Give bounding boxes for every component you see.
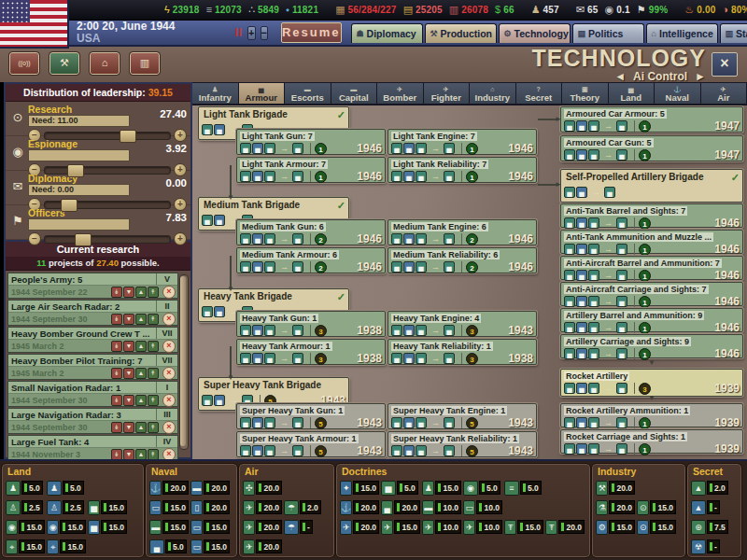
tech-component[interactable]: Super Heavy Tank Armour: 1▅▅▅→▅51943 — [236, 431, 386, 457]
cancel-research-button[interactable]: × — [162, 394, 176, 407]
research-item[interactable]: Small Navigation Radar: 1I1944 September… — [7, 381, 178, 407]
priority-down-button[interactable]: ↡ — [111, 287, 122, 298]
tech-tab-fighter[interactable]: ✈Fighter — [424, 82, 471, 105]
tech-component[interactable]: Rocket Artillery▅▅▅→▅31939 — [560, 369, 743, 397]
menu-tab-diplomacy[interactable]: ☗Diplomacy — [351, 23, 423, 43]
menu-tab-politics[interactable]: ▤Politics — [572, 23, 644, 43]
priority-down-button[interactable]: ↡ — [111, 395, 122, 406]
tech-component[interactable]: Artillery Carriage and Sights: 9▅▅▅→▅119… — [560, 334, 743, 358]
tech-component[interactable]: Light Tank Gun: 7▅▅▅→▅11946 — [236, 129, 386, 155]
tech-component[interactable]: Super Heavy Tank Engine: 1▅▅▅→▅51943 — [388, 403, 537, 429]
research-item[interactable]: Large Air Search Radar: 2II1944 Septembe… — [7, 300, 178, 326]
priority-down-button[interactable]: ▼ — [123, 287, 134, 298]
tech-component[interactable]: Rocket Carriage and Sights: 1▅▅▅→▅11939 — [560, 429, 743, 454]
menu-tab-technology[interactable]: ⚙Technology — [499, 23, 571, 43]
arrow-right-icon[interactable]: ► — [695, 70, 706, 83]
priority-up-button[interactable]: ↟ — [148, 395, 159, 406]
tech-component[interactable]: Medium Tank Gun: 6▅▅▅→▅21946 — [236, 219, 386, 245]
priority-down-button[interactable]: ↡ — [111, 449, 122, 460]
research-item[interactable]: Large Navigation Radar: 3III1944 Septemb… — [7, 408, 178, 434]
priority-down-button[interactable]: ▼ — [123, 422, 134, 433]
slider-handle[interactable] — [120, 130, 136, 143]
priority-up-button[interactable]: ↟ — [148, 368, 159, 379]
cancel-research-button[interactable]: × — [162, 367, 176, 380]
priority-up-button[interactable]: ↟ — [148, 422, 159, 433]
tech-component[interactable]: Medium Tank Armour: 6▅▅▅→▅21946 — [236, 247, 386, 273]
tech-component[interactable]: Anti-Tank Barrel and Sights: 7▅▅▅→▅11946 — [560, 203, 743, 228]
tech-component[interactable]: Rocket Artillery Ammunition: 1▅▅▅→▅11939 — [560, 403, 743, 427]
decrease-button[interactable]: − — [28, 232, 41, 245]
priority-down-button[interactable]: ▼ — [123, 449, 134, 460]
build-button[interactable]: ⚒ — [49, 52, 79, 75]
pause-indicator[interactable]: II — [234, 26, 243, 39]
tech-component[interactable]: Anti-Tank Ammunition and Muzzle ...▅▅▅→▅… — [560, 230, 743, 254]
tech-tab-capital[interactable]: ▬Capital — [331, 82, 378, 105]
tech-component[interactable]: Medium Tank Engine: 6▅▅▅→▅21946 — [388, 219, 537, 245]
tech-component[interactable]: Light Tank Armour: 7▅▅▅→▅11946 — [236, 157, 386, 183]
cancel-research-button[interactable]: × — [162, 313, 176, 326]
slider-track[interactable] — [44, 235, 171, 244]
priority-up-button[interactable]: ▲ — [135, 449, 147, 460]
research-item[interactable]: Heavy Bomber Pilot Training: 7VII1945 Ma… — [7, 354, 178, 380]
slider-handle[interactable] — [67, 164, 84, 177]
slider-track[interactable] — [44, 132, 171, 140]
priority-down-button[interactable]: ↡ — [111, 422, 122, 433]
priority-down-button[interactable]: ▼ — [123, 368, 134, 379]
priority-up-button[interactable]: ▲ — [135, 395, 147, 406]
tech-component[interactable]: Anti-Aircraft Barrel and Ammunition: 7▅▅… — [560, 256, 743, 280]
menu-tab-statistics[interactable]: ▥Statistics — [720, 23, 747, 43]
tech-component[interactable]: Armoured Car Armour: 5▅▅▅→▅11947 — [560, 106, 743, 133]
tech-tab-escorts[interactable]: ▬Escorts — [285, 82, 331, 105]
speed-down-button[interactable]: − — [261, 26, 268, 40]
increase-button[interactable]: + — [174, 232, 187, 245]
tech-component[interactable]: Super Heavy Tank Reliability: 1▅▅▅→▅5194… — [388, 431, 537, 457]
priority-up-button[interactable]: ▲ — [135, 314, 147, 325]
menu-tab-production[interactable]: ⚒Production — [425, 23, 497, 43]
priority-down-button[interactable]: ▼ — [123, 395, 134, 406]
arrow-left-icon[interactable]: ◄ — [614, 70, 626, 83]
priority-up-button[interactable]: ↟ — [148, 449, 159, 460]
cancel-research-button[interactable]: × — [162, 340, 176, 353]
broadcast-button[interactable]: ((o)) — [9, 52, 39, 75]
priority-up-button[interactable]: ▲ — [135, 422, 147, 433]
tech-component[interactable]: Medium Tank Reliability: 6▅▅▅→▅21946 — [388, 247, 537, 273]
tech-tab-infantry[interactable]: ♟Infantry — [192, 82, 239, 105]
speed-up-button[interactable]: + — [247, 26, 255, 40]
tech-component[interactable]: Light Tank Engine: 7▅▅▅→▅11946 — [388, 129, 537, 155]
slider-track[interactable] — [44, 166, 171, 175]
priority-up-button[interactable]: ↟ — [148, 287, 159, 298]
slider-handle[interactable] — [61, 199, 78, 212]
tech-tab-land[interactable]: ▅Land — [609, 82, 655, 105]
tech-component[interactable]: Artillery Barrel and Ammunition: 9▅▅▅→▅1… — [560, 308, 743, 332]
tech-tab-theory[interactable]: ▣Theory — [562, 82, 609, 105]
tech-tab-armour[interactable]: ▅Armour — [239, 82, 286, 105]
priority-down-button[interactable]: ↡ — [111, 368, 122, 379]
resume-button[interactable]: Resume — [281, 22, 342, 43]
factory-button[interactable]: ⌂ — [90, 52, 120, 75]
cancel-research-button[interactable]: × — [162, 421, 176, 434]
tech-tab-industry[interactable]: ⌂Industry — [470, 82, 516, 105]
priority-down-button[interactable]: ▼ — [123, 341, 134, 352]
tech-component[interactable]: Heavy Tank Engine: 4▅▅▅→▅31943 — [388, 311, 537, 337]
tech-component[interactable]: Heavy Tank Armour: 1▅▅▅→▅31938 — [236, 339, 386, 365]
convoy-button[interactable]: ▥ — [130, 52, 160, 75]
research-item[interactable]: Heavy Bomber Ground Crew T ...VII1945 Ma… — [7, 327, 178, 353]
close-button[interactable]: × — [712, 52, 738, 77]
cancel-research-button[interactable]: × — [162, 286, 176, 299]
tech-component[interactable]: Light Tank Reliability: 7▅▅▅→▅11946 — [388, 157, 537, 183]
tech-tab-naval[interactable]: ⚓Naval — [655, 82, 701, 105]
slider-track[interactable] — [44, 201, 171, 209]
scrollbar-thumb[interactable] — [180, 276, 186, 446]
priority-down-button[interactable]: ↡ — [111, 314, 122, 325]
priority-down-button[interactable]: ▼ — [123, 314, 134, 325]
tech-component[interactable]: Heavy Tank Gun: 1▅▅▅→▅31938 — [236, 311, 386, 337]
priority-up-button[interactable]: ▲ — [135, 287, 147, 298]
research-item[interactable]: People's Army: 5V1944 September 22↡▼▲↟× — [7, 273, 178, 299]
priority-up-button[interactable]: ▲ — [135, 368, 147, 379]
priority-up-button[interactable]: ↟ — [148, 314, 159, 325]
priority-up-button[interactable]: ▲ — [135, 341, 147, 352]
tech-component[interactable]: Heavy Tank Reliability: 1▅▅▅→▅31938 — [388, 339, 537, 365]
priority-down-button[interactable]: ↡ — [111, 341, 122, 352]
ai-control-selector[interactable]: ◄ Ai Control ► — [532, 70, 706, 83]
tech-tab-secret[interactable]: ?Secret — [516, 82, 563, 105]
